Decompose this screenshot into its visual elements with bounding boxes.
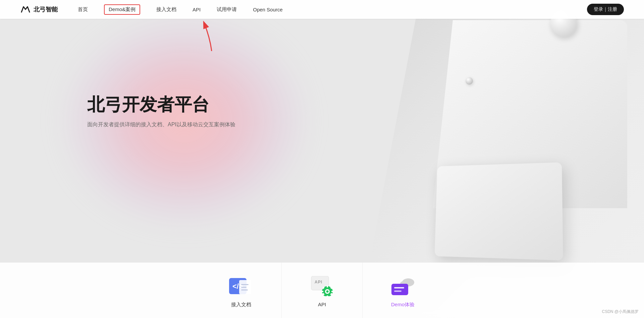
nav-links: 首页 Demo&案例 接入文档 API 试用申请 Open Source [78,4,587,15]
svg-rect-5 [241,287,247,288]
logo-icon [20,4,31,15]
card-api[interactable]: API API [282,263,363,318]
sphere-small [466,77,473,85]
card-demo-label: Demo体验 [391,302,415,308]
integration-doc-icon: </> [228,276,255,296]
svg-rect-23 [394,287,404,288]
watermark: CSDN @小馬佩德罗 [602,309,639,315]
svg-rect-13 [327,296,328,296]
red-arrow-annotation [193,17,223,54]
svg-rect-24 [394,290,401,292]
svg-point-11 [326,290,329,293]
api-icon: API [309,276,335,296]
hero-section: 北弓开发者平台 面向开发者提供详细的接入文档、API以及移动云交互案例体验 </… [0,0,644,318]
svg-rect-12 [327,285,328,287]
tablet-shape [435,162,563,260]
navbar: 北弓智能 首页 Demo&案例 接入文档 API 试用申请 Open Sourc… [0,0,644,19]
hero-subtitle: 面向开发者提供详细的接入文档、API以及移动云交互案例体验 [87,120,235,129]
demo-icon [389,276,416,296]
card-integration-doc[interactable]: </> 接入文档 [201,263,282,318]
cards-row: </> 接入文档 API [0,263,644,318]
svg-text:API: API [315,280,322,284]
nav-link-docs[interactable]: 接入文档 [156,6,176,13]
nav-actions: 登录｜注册 [587,4,624,15]
card-demo[interactable]: Demo体验 [363,263,443,318]
svg-rect-15 [331,291,333,292]
hero-content: 北弓开发者平台 面向开发者提供详细的接入文档、API以及移动云交互案例体验 [87,94,235,129]
card-integration-doc-label: 接入文档 [231,302,251,308]
svg-rect-14 [321,291,323,292]
svg-rect-22 [391,284,408,295]
auth-button[interactable]: 登录｜注册 [587,4,624,15]
nav-link-opensource[interactable]: Open Source [253,7,282,12]
svg-rect-6 [241,289,248,290]
card-api-label: API [318,302,326,307]
nav-link-trial[interactable]: 试用申请 [217,6,237,13]
nav-link-home[interactable]: 首页 [78,6,88,13]
hero-title: 北弓开发者平台 [87,94,235,115]
nav-link-demo[interactable]: Demo&案例 [104,4,140,15]
logo-text: 北弓智能 [34,5,58,13]
svg-rect-4 [241,284,249,285]
nav-link-api[interactable]: API [193,7,201,12]
logo-area[interactable]: 北弓智能 [20,4,58,15]
